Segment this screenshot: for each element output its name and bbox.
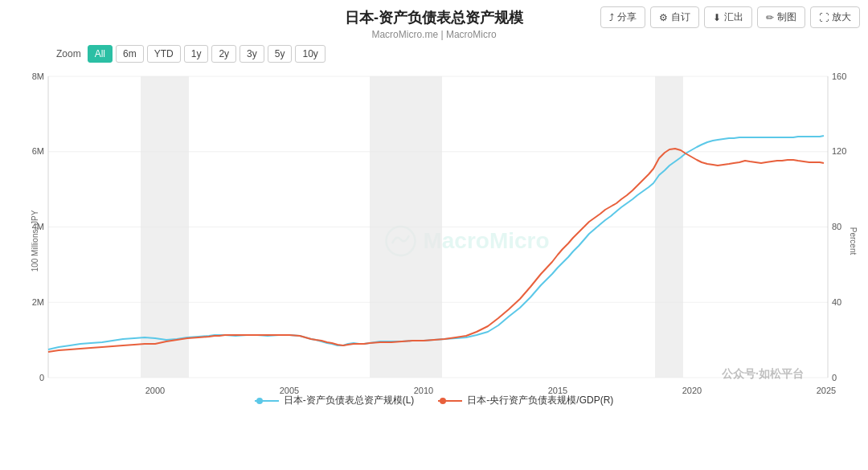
- chart-area: MacroMicro 100 Millions, JPY Percent 8M …: [0, 64, 868, 418]
- download-icon: ⬇: [713, 12, 721, 23]
- svg-rect-10: [655, 76, 683, 378]
- custom-button[interactable]: ⚙ 自订: [650, 6, 699, 28]
- svg-rect-8: [141, 76, 189, 378]
- zoom-label: Zoom: [56, 48, 81, 59]
- zoom-6m[interactable]: 6m: [116, 45, 144, 63]
- toolbar: ⤴ 分享 ⚙ 自订 ⬇ 汇出 ✏ 制图 ⛶ 放大: [600, 6, 860, 28]
- legend-item-red: 日本-央行资产负债表规模/GDP(R): [438, 394, 613, 407]
- legend-item-blue: 日本-资产负债表总资产规模(L): [255, 394, 415, 407]
- legend-blue-label: 日本-资产负债表总资产规模(L): [284, 394, 415, 407]
- zoom-5y[interactable]: 5y: [268, 45, 293, 63]
- chart-svg: 8M 6M 4M 2M 0 160 120 80 40 0 2000 2005 …: [0, 64, 868, 418]
- gear-icon: ⚙: [659, 12, 668, 23]
- bottom-watermark: 公众号·如松平台: [722, 367, 804, 382]
- svg-text:0: 0: [832, 373, 837, 382]
- legend-red-label: 日本-央行资产负债表规模/GDP(R): [467, 394, 613, 407]
- svg-text:80: 80: [832, 222, 841, 231]
- legend-red-line-icon: [438, 398, 462, 404]
- svg-text:8M: 8M: [32, 72, 44, 81]
- zoom-10y[interactable]: 10y: [295, 45, 325, 63]
- svg-text:120: 120: [832, 146, 846, 156]
- share-button[interactable]: ⤴ 分享: [600, 6, 645, 28]
- share-icon: ⤴: [609, 12, 614, 23]
- legend: 日本-资产负债表总资产规模(L) 日本-央行资产负债表规模/GDP(R): [0, 394, 868, 414]
- zoom-ytd[interactable]: YTD: [147, 45, 181, 63]
- export-button[interactable]: ⬇ 汇出: [704, 6, 752, 28]
- svg-text:160: 160: [832, 72, 846, 81]
- svg-text:6M: 6M: [32, 146, 44, 156]
- chart-subtitle: MacroMicro.me | MacroMicro: [0, 29, 868, 40]
- svg-text:40: 40: [832, 297, 841, 307]
- draw-button[interactable]: ✏ 制图: [757, 6, 805, 28]
- svg-text:2M: 2M: [32, 297, 44, 307]
- pencil-icon: ✏: [766, 12, 774, 23]
- zoom-2y[interactable]: 2y: [211, 45, 236, 63]
- svg-text:4M: 4M: [32, 222, 44, 231]
- zoom-bar: Zoom All 6m YTD 1y 2y 3y 5y 10y: [0, 40, 868, 64]
- zoom-1y[interactable]: 1y: [184, 45, 209, 63]
- zoom-all[interactable]: All: [88, 45, 113, 63]
- expand-icon: ⛶: [819, 12, 829, 23]
- svg-rect-9: [370, 76, 442, 378]
- svg-text:0: 0: [39, 373, 44, 382]
- legend-blue-line-icon: [255, 398, 279, 404]
- zoom-3y[interactable]: 3y: [240, 45, 264, 63]
- fullscreen-button[interactable]: ⛶ 放大: [810, 6, 860, 28]
